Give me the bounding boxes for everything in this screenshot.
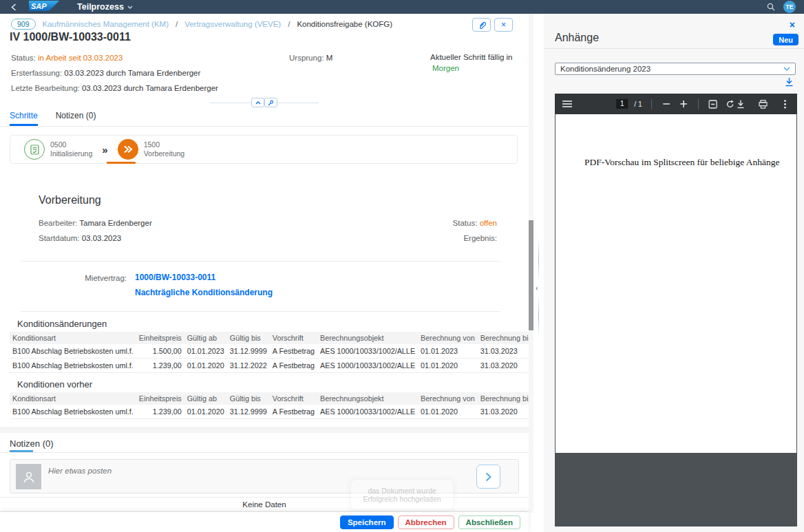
pdf-page-input[interactable]: 1 [616, 99, 628, 109]
table-title-changes: Konditionsänderungen [17, 319, 500, 329]
app-title-menu[interactable]: Teilprozess [77, 2, 133, 12]
close-panel-icon[interactable]: × [790, 20, 795, 30]
section-gap [0, 427, 529, 433]
pdf-page-total: / 1 [634, 100, 642, 108]
send-button[interactable] [476, 465, 500, 489]
menu-icon [562, 100, 572, 107]
table-cell: A Festbetrag [270, 405, 317, 419]
fit-page-button[interactable] [708, 98, 719, 109]
avatar[interactable]: TE [783, 1, 796, 13]
panel-title: Anhänge [555, 32, 599, 44]
rotate-button[interactable] [725, 98, 736, 109]
scrollbar-thumb[interactable] [529, 220, 533, 330]
attachment-dropdown[interactable]: Konditionsänderung 2023 [555, 63, 796, 75]
attachment-dropdown-value: Konditionsänderung 2023 [560, 65, 783, 73]
step-initialisierung[interactable]: 0500 Initialisierung [24, 139, 92, 160]
process-steps-card: 0500 Initialisierung » 1500 Vorbereitung [10, 135, 518, 164]
table-cell: AES 1000/10033/1002/ALLE [317, 359, 418, 373]
konditionsaenderungen-table: KonditionsartEinheitspreisGültig abGülti… [10, 332, 529, 373]
table-cell: AES 1000/10033/1002/ALLE [317, 405, 418, 419]
print-button[interactable] [757, 98, 768, 109]
column-header: Berechnung von [418, 392, 478, 405]
column-header: Berechnung von [418, 332, 478, 344]
more-vertical-icon [784, 100, 786, 109]
notizen-title: Notizen (0) [10, 438, 529, 449]
new-attachment-button[interactable]: Neu [773, 34, 798, 45]
breadcrumb-link-veve[interactable]: Vertragsverwaltung (VEVE) [184, 20, 281, 28]
sap-logo: SAP [29, 1, 59, 13]
ergebnis-field: Ergebnis: [453, 231, 497, 246]
letzte-bearbeitung-field: Letzte Bearbeitung: 03.03.2023 durch Tam… [11, 84, 218, 92]
due-value: Morgen [430, 64, 459, 72]
step-vorbereitung[interactable]: 1500 Vorbereitung [118, 139, 185, 160]
condition-change-link[interactable]: Nachträgliche Konditionsänderung [135, 288, 529, 297]
mietvertrag-block: Mietvertrag: 1000/BW-10033-0011 Nachträg… [0, 273, 529, 297]
header-collapse-control [0, 98, 529, 107]
save-button[interactable]: Speichern [340, 515, 394, 529]
table-cell: 31.03.2020 [478, 359, 529, 373]
ersterfassung-field: Ersterfassung: 03.03.2023 durch Tamara E… [11, 69, 200, 77]
pin-icon [268, 100, 274, 106]
vertical-scrollbar [529, 14, 533, 513]
table-title-previous: Konditionen vorher [17, 379, 500, 390]
ursprung-field: Ursprung: M [289, 54, 332, 62]
status-field: Status: in Arbeit seit 03.03.2023 [11, 54, 123, 62]
table-cell: 31.12.9999 [227, 344, 270, 359]
pdf-content-text: PDF-Vorschau im Splitscreen für beliebig… [584, 157, 780, 168]
zoom-out-button[interactable] [661, 98, 672, 109]
startdatum-field: Startdatum: 03.03.2023 [39, 231, 152, 246]
pin-header-button[interactable] [264, 98, 277, 107]
attachments-panel: × Anhänge Neu Konditionsänderung 2023 1 … [544, 14, 804, 532]
splitter-collapse-handle[interactable]: ‹ [534, 282, 540, 293]
rotate-icon [726, 100, 734, 109]
table-cell: 01.01.2020 [184, 359, 227, 373]
complete-button[interactable]: Abschließen [458, 515, 520, 529]
collapse-header-button[interactable] [251, 98, 264, 107]
vorbereitung-section: Vorbereitung Bearbeiter: Tamara Erdenber… [0, 194, 529, 246]
download-attachment-button[interactable] [785, 77, 794, 89]
table-cell: B100 Abschlag Betriebskosten uml.f. [10, 405, 136, 419]
table-cell: 01.01.2020 [184, 405, 227, 419]
table-cell: 31.12.2022 [227, 359, 270, 373]
breadcrumb-link-km[interactable]: Kaufmännisches Management (KM) [43, 20, 169, 28]
page-title: IV 1000/BW-10033-0011 [10, 31, 131, 43]
tab-schritte[interactable]: Schritte [10, 111, 38, 126]
column-header: Konditionsart [10, 332, 136, 344]
table-cell: A Festbetrag [270, 344, 317, 359]
column-header: Einheitspreis [136, 392, 184, 405]
pdf-menu-button[interactable] [562, 98, 573, 109]
column-header: Berechnung bis [478, 392, 529, 405]
step-code: 0500 [50, 140, 66, 149]
zoom-in-button[interactable] [678, 98, 689, 109]
paperclip-icon [478, 21, 486, 30]
contract-link[interactable]: 1000/BW-10033-0011 [135, 273, 529, 282]
table-row[interactable]: B100 Abschlag Betriebskosten uml.f.1.239… [10, 359, 529, 373]
process-badge: 909 [11, 19, 36, 30]
pdf-download-button[interactable] [735, 98, 746, 109]
tab-notizen[interactable]: Notizen (0) [56, 111, 96, 126]
table-cell: A Festbetrag [270, 359, 317, 373]
fast-forward-icon [123, 145, 133, 153]
minus-icon [663, 103, 670, 105]
table-cell: AES 1000/10033/1002/ALLE [317, 344, 418, 359]
due-field: Aktueller Schritt fällig in Morgen [430, 52, 513, 74]
step-code: 1500 [144, 140, 160, 149]
table-cell: 01.01.2023 [184, 344, 227, 359]
step-status-field: Status: offen [453, 215, 497, 231]
footer-toolbar: Speichern Abbrechen Abschließen [0, 512, 529, 532]
table-row[interactable]: B100 Abschlag Betriebskosten uml.f.1.239… [10, 405, 529, 419]
konditionen-vorher-table: KonditionsartEinheitspreisGültig abGülti… [10, 392, 529, 419]
column-header: Konditionsart [10, 392, 136, 405]
pdf-page: PDF-Vorschau im Splitscreen für beliebig… [556, 114, 796, 453]
mietvertrag-label: Mietvertrag: [0, 273, 135, 297]
close-button[interactable]: × [494, 18, 513, 32]
step-label: Initialisierung [50, 149, 92, 158]
more-options-button[interactable] [779, 98, 790, 109]
table-row[interactable]: B100 Abschlag Betriebskosten uml.f.1.500… [10, 344, 529, 359]
search-icon[interactable] [767, 3, 775, 11]
attachment-button[interactable] [472, 18, 491, 32]
cancel-button[interactable]: Abbrechen [398, 515, 454, 529]
print-icon [759, 100, 768, 109]
table-cell: 01.01.2020 [418, 359, 478, 373]
back-icon[interactable] [11, 3, 17, 11]
